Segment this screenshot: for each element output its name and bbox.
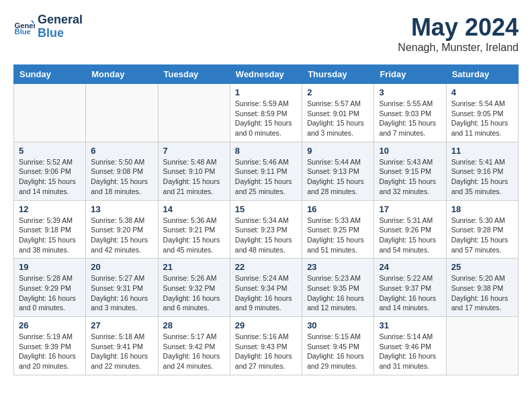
logo-blue: Blue bbox=[38, 27, 83, 40]
calendar-cell: 29Sunrise: 5:16 AM Sunset: 9:43 PM Dayli… bbox=[230, 317, 302, 375]
day-info: Sunrise: 5:46 AM Sunset: 9:11 PM Dayligh… bbox=[235, 157, 297, 197]
calendar-cell: 28Sunrise: 5:17 AM Sunset: 9:42 PM Dayli… bbox=[158, 317, 230, 375]
calendar-cell: 25Sunrise: 5:20 AM Sunset: 9:38 PM Dayli… bbox=[446, 259, 518, 317]
day-number: 9 bbox=[307, 146, 369, 156]
day-info: Sunrise: 5:38 AM Sunset: 9:20 PM Dayligh… bbox=[91, 216, 152, 255]
day-info: Sunrise: 5:22 AM Sunset: 9:37 PM Dayligh… bbox=[379, 273, 441, 313]
day-number: 3 bbox=[379, 87, 441, 97]
calendar-cell: 24Sunrise: 5:22 AM Sunset: 9:37 PM Dayli… bbox=[374, 259, 446, 317]
day-info: Sunrise: 5:16 AM Sunset: 9:43 PM Dayligh… bbox=[235, 332, 297, 371]
day-info: Sunrise: 5:31 AM Sunset: 9:26 PM Dayligh… bbox=[379, 216, 441, 255]
day-number: 6 bbox=[91, 146, 152, 156]
day-info: Sunrise: 5:43 AM Sunset: 9:15 PM Dayligh… bbox=[379, 157, 441, 197]
calendar-cell: 23Sunrise: 5:23 AM Sunset: 9:35 PM Dayli… bbox=[302, 259, 374, 317]
day-info: Sunrise: 5:33 AM Sunset: 9:25 PM Dayligh… bbox=[307, 216, 369, 255]
calendar-cell: 31Sunrise: 5:14 AM Sunset: 9:46 PM Dayli… bbox=[374, 317, 446, 375]
calendar-cell: 10Sunrise: 5:43 AM Sunset: 9:15 PM Dayli… bbox=[374, 142, 446, 200]
day-number: 20 bbox=[91, 262, 152, 272]
day-number: 13 bbox=[91, 204, 152, 214]
month-title: May 2024 bbox=[398, 13, 519, 42]
svg-text:Blue: Blue bbox=[15, 28, 31, 36]
day-info: Sunrise: 5:28 AM Sunset: 9:29 PM Dayligh… bbox=[19, 273, 81, 313]
calendar-cell: 6Sunrise: 5:50 AM Sunset: 9:08 PM Daylig… bbox=[86, 142, 158, 200]
day-number: 28 bbox=[163, 320, 225, 330]
logo-icon: General Blue bbox=[13, 16, 35, 38]
day-info: Sunrise: 5:59 AM Sunset: 8:59 PM Dayligh… bbox=[235, 99, 297, 138]
day-info: Sunrise: 5:52 AM Sunset: 9:06 PM Dayligh… bbox=[19, 157, 81, 197]
day-number: 5 bbox=[19, 146, 81, 156]
day-number: 17 bbox=[379, 204, 441, 214]
calendar-cell bbox=[14, 84, 86, 142]
day-number: 2 bbox=[307, 87, 369, 97]
calendar-cell: 11Sunrise: 5:41 AM Sunset: 9:16 PM Dayli… bbox=[446, 142, 518, 200]
logo-text: General Blue bbox=[38, 13, 83, 40]
logo: General Blue General Blue bbox=[13, 13, 83, 40]
weekday-header-friday: Friday bbox=[374, 65, 446, 84]
day-info: Sunrise: 5:26 AM Sunset: 9:32 PM Dayligh… bbox=[163, 273, 225, 313]
logo-general: General bbox=[38, 13, 83, 27]
day-number: 25 bbox=[451, 262, 513, 272]
calendar-cell: 13Sunrise: 5:38 AM Sunset: 9:20 PM Dayli… bbox=[86, 200, 158, 259]
day-number: 14 bbox=[163, 204, 225, 214]
day-info: Sunrise: 5:36 AM Sunset: 9:21 PM Dayligh… bbox=[163, 216, 225, 255]
day-number: 12 bbox=[19, 204, 81, 214]
day-number: 10 bbox=[379, 146, 441, 156]
day-number: 21 bbox=[163, 262, 225, 272]
day-info: Sunrise: 5:19 AM Sunset: 9:39 PM Dayligh… bbox=[19, 332, 81, 371]
day-info: Sunrise: 5:44 AM Sunset: 9:13 PM Dayligh… bbox=[307, 157, 369, 197]
calendar-cell: 8Sunrise: 5:46 AM Sunset: 9:11 PM Daylig… bbox=[230, 142, 302, 200]
day-number: 4 bbox=[451, 87, 513, 97]
day-info: Sunrise: 5:27 AM Sunset: 9:31 PM Dayligh… bbox=[91, 273, 152, 313]
day-info: Sunrise: 5:39 AM Sunset: 9:18 PM Dayligh… bbox=[19, 216, 81, 255]
day-info: Sunrise: 5:57 AM Sunset: 9:01 PM Dayligh… bbox=[307, 99, 369, 138]
day-number: 24 bbox=[379, 262, 441, 272]
day-number: 11 bbox=[451, 146, 513, 156]
day-info: Sunrise: 5:15 AM Sunset: 9:45 PM Dayligh… bbox=[307, 332, 369, 371]
day-number: 8 bbox=[235, 146, 297, 156]
weekday-header-thursday: Thursday bbox=[302, 65, 374, 84]
calendar-cell: 20Sunrise: 5:27 AM Sunset: 9:31 PM Dayli… bbox=[86, 259, 158, 317]
calendar-week-row: 12Sunrise: 5:39 AM Sunset: 9:18 PM Dayli… bbox=[14, 200, 519, 259]
weekday-header-sunday: Sunday bbox=[14, 65, 86, 84]
calendar-cell: 5Sunrise: 5:52 AM Sunset: 9:06 PM Daylig… bbox=[14, 142, 86, 200]
calendar-cell: 17Sunrise: 5:31 AM Sunset: 9:26 PM Dayli… bbox=[374, 200, 446, 259]
calendar-cell: 18Sunrise: 5:30 AM Sunset: 9:28 PM Dayli… bbox=[446, 200, 518, 259]
calendar-cell: 4Sunrise: 5:54 AM Sunset: 9:05 PM Daylig… bbox=[446, 84, 518, 142]
day-number: 27 bbox=[91, 320, 152, 330]
calendar-cell: 14Sunrise: 5:36 AM Sunset: 9:21 PM Dayli… bbox=[158, 200, 230, 259]
day-number: 15 bbox=[235, 204, 297, 214]
day-number: 19 bbox=[19, 262, 81, 272]
day-number: 22 bbox=[235, 262, 297, 272]
calendar-cell: 30Sunrise: 5:15 AM Sunset: 9:45 PM Dayli… bbox=[302, 317, 374, 375]
calendar-week-row: 26Sunrise: 5:19 AM Sunset: 9:39 PM Dayli… bbox=[14, 317, 519, 375]
weekday-header-tuesday: Tuesday bbox=[158, 65, 230, 84]
day-info: Sunrise: 5:48 AM Sunset: 9:10 PM Dayligh… bbox=[163, 157, 225, 197]
calendar-cell: 16Sunrise: 5:33 AM Sunset: 9:25 PM Dayli… bbox=[302, 200, 374, 259]
day-number: 1 bbox=[235, 87, 297, 97]
day-number: 31 bbox=[379, 320, 441, 330]
day-number: 16 bbox=[307, 204, 369, 214]
day-info: Sunrise: 5:24 AM Sunset: 9:34 PM Dayligh… bbox=[235, 273, 297, 313]
weekday-header-row: SundayMondayTuesdayWednesdayThursdayFrid… bbox=[14, 65, 519, 84]
calendar-cell: 9Sunrise: 5:44 AM Sunset: 9:13 PM Daylig… bbox=[302, 142, 374, 200]
weekday-header-saturday: Saturday bbox=[446, 65, 518, 84]
calendar-cell: 19Sunrise: 5:28 AM Sunset: 9:29 PM Dayli… bbox=[14, 259, 86, 317]
day-number: 18 bbox=[451, 204, 513, 214]
day-number: 30 bbox=[307, 320, 369, 330]
calendar-cell: 26Sunrise: 5:19 AM Sunset: 9:39 PM Dayli… bbox=[14, 317, 86, 375]
day-info: Sunrise: 5:17 AM Sunset: 9:42 PM Dayligh… bbox=[163, 332, 225, 371]
calendar-table: SundayMondayTuesdayWednesdayThursdayFrid… bbox=[13, 64, 519, 375]
day-number: 29 bbox=[235, 320, 297, 330]
day-info: Sunrise: 5:34 AM Sunset: 9:23 PM Dayligh… bbox=[235, 216, 297, 255]
calendar-cell: 22Sunrise: 5:24 AM Sunset: 9:34 PM Dayli… bbox=[230, 259, 302, 317]
day-info: Sunrise: 5:18 AM Sunset: 9:41 PM Dayligh… bbox=[91, 332, 152, 371]
page-header: General Blue General Blue May 2024 Nenag… bbox=[13, 13, 519, 54]
day-number: 7 bbox=[163, 146, 225, 156]
day-info: Sunrise: 5:41 AM Sunset: 9:16 PM Dayligh… bbox=[451, 157, 513, 197]
day-info: Sunrise: 5:14 AM Sunset: 9:46 PM Dayligh… bbox=[379, 332, 441, 371]
calendar-week-row: 1Sunrise: 5:59 AM Sunset: 8:59 PM Daylig… bbox=[14, 84, 519, 142]
calendar-cell bbox=[158, 84, 230, 142]
calendar-cell: 3Sunrise: 5:55 AM Sunset: 9:03 PM Daylig… bbox=[374, 84, 446, 142]
calendar-cell: 2Sunrise: 5:57 AM Sunset: 9:01 PM Daylig… bbox=[302, 84, 374, 142]
day-number: 23 bbox=[307, 262, 369, 272]
